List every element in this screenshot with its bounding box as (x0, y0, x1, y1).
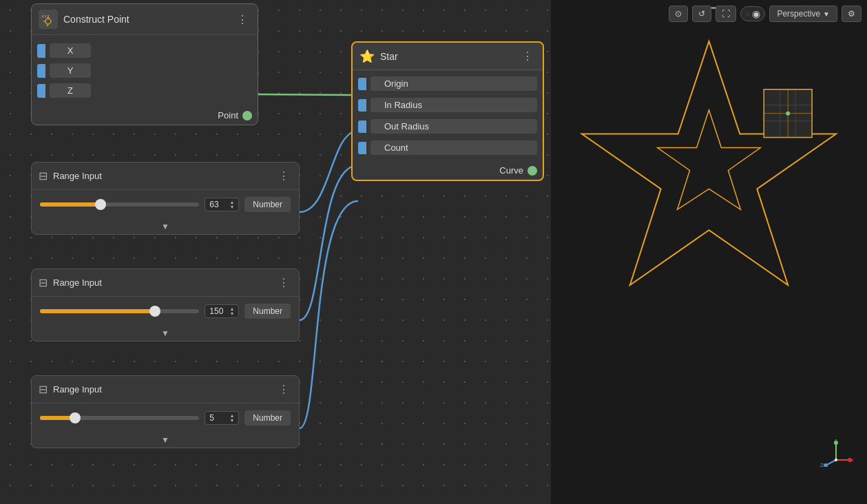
star-inradius-socket[interactable] (358, 99, 366, 112)
range-node-2-down-arrow[interactable]: ▼ (229, 311, 234, 316)
construct-point-header: XYZ Construct Point ⋮ (32, 4, 258, 35)
cp-x-socket[interactable] (37, 44, 45, 58)
range-node-3-header-left: ⊟ Range Input (39, 383, 102, 396)
range-node-2-body: 150 ▲ ▼ Number (32, 297, 299, 326)
range-node-3-title: Range Input (53, 384, 102, 395)
range-node-1-arrows: ▲ ▼ (229, 200, 234, 209)
svg-point-1 (45, 19, 51, 24)
range-node-2-header: ⊟ Range Input ⋮ (32, 269, 299, 297)
range-node-2-value: 150 (209, 306, 223, 316)
range-node-1-value: 63 (209, 200, 218, 209)
svg-point-23 (834, 441, 838, 445)
cp-input-y: Y (32, 61, 258, 81)
range-node-2-arrows: ▲ ▼ (229, 306, 234, 316)
svg-text:Z: Z (820, 462, 824, 467)
star-output-row: Curve (353, 161, 543, 180)
range-node-2-header-left: ⊟ Range Input (39, 276, 102, 289)
construct-point-inputs: X Y Z (32, 35, 258, 106)
range-node-2-number-btn[interactable]: Number (244, 304, 291, 319)
cp-output-label: Point (218, 110, 238, 120)
range-node-3-value-box[interactable]: 5 ▲ ▼ (205, 411, 239, 425)
range-node-3-track[interactable] (40, 416, 199, 420)
range-node-1-fill (40, 202, 101, 207)
star-origin-socket[interactable] (358, 78, 366, 90)
range-node-1-header: ⊟ Range Input ⋮ (32, 162, 299, 190)
range-node-3-menu-button[interactable]: ⋮ (275, 381, 292, 397)
range-node-1-thumb (95, 199, 106, 210)
range-node-2-track[interactable] (40, 309, 199, 313)
cp-z-socket[interactable] (37, 84, 45, 98)
cp-output-row: Point (32, 106, 258, 125)
sphere-dark-icon: ● (745, 8, 751, 19)
gear-icon: ⚙ (848, 9, 855, 19)
range-node-1-track[interactable] (40, 202, 199, 207)
range-node-3-body: 5 ▲ ▼ Number (32, 403, 299, 432)
construct-point-icon: XYZ (39, 10, 58, 29)
range-node-3-value: 5 (209, 413, 214, 423)
range-node-1-expand[interactable]: ▼ (32, 219, 299, 234)
viewport-settings-button[interactable]: ⚙ (842, 6, 861, 22)
svg-point-22 (835, 459, 837, 461)
perspective-label: Perspective (777, 9, 820, 19)
range-node-3: ⊟ Range Input ⋮ 5 ▲ ▼ Number ▼ (31, 375, 300, 448)
cp-output-socket[interactable] (242, 111, 252, 120)
viewport-refresh-button[interactable]: ↺ (692, 6, 711, 22)
star-node-menu-button[interactable]: ⋮ (519, 48, 536, 64)
cp-x-label: X (50, 43, 91, 58)
range-node-2: ⊟ Range Input ⋮ 150 ▲ ▼ Number ▼ (31, 269, 300, 342)
star-output-socket[interactable] (527, 166, 537, 176)
range-node-2-menu-button[interactable]: ⋮ (275, 275, 292, 291)
range-node-1-value-box[interactable]: 63 ▲ ▼ (205, 198, 239, 211)
range-node-3-icon: ⊟ (39, 383, 48, 396)
svg-marker-5 (582, 41, 836, 285)
sphere-toggle[interactable]: ● ◉ (740, 6, 765, 21)
range-node-2-slider-row: 150 ▲ ▼ Number (40, 304, 291, 319)
view-dot-icon: ⊙ (675, 9, 682, 19)
star-node-icon: ⭐ (359, 49, 375, 64)
refresh-icon: ↺ (698, 9, 705, 19)
star-visualization (572, 21, 846, 295)
construct-point-node: XYZ Construct Point ⋮ X Y Z Point (31, 3, 258, 125)
star-inradius-label: In Radius (370, 98, 537, 112)
range-node-3-expand[interactable]: ▼ (32, 432, 299, 448)
range-node-3-header: ⊟ Range Input ⋮ (32, 376, 299, 403)
range-node-3-up-arrow[interactable]: ▲ (229, 413, 234, 418)
star-count-label: Count (370, 140, 537, 155)
perspective-dropdown-button[interactable]: Perspective ▼ (769, 6, 837, 22)
viewport-view-dot-button[interactable]: ⊙ (669, 6, 688, 22)
star-header-left: ⭐ Star (359, 49, 398, 64)
star-input-outradius: Out Radius (353, 116, 543, 137)
range-node-1-title: Range Input (53, 171, 102, 181)
range-node-1-slider-row: 63 ▲ ▼ Number (40, 197, 291, 212)
sphere-light-icon: ◉ (752, 8, 760, 19)
viewport[interactable]: ⊙ ↺ ⛶ ● ◉ Perspective ▼ ⚙ Y X (551, 0, 867, 504)
cp-y-label: Y (50, 63, 91, 78)
star-input-count: Count (353, 137, 543, 158)
range-node-2-up-arrow[interactable]: ▲ (229, 306, 234, 311)
range-node-1-up-arrow[interactable]: ▲ (229, 200, 234, 204)
star-count-socket[interactable] (358, 142, 366, 154)
star-outradius-socket[interactable] (358, 120, 366, 133)
fullscreen-icon: ⛶ (722, 9, 730, 19)
range-node-2-expand[interactable]: ▼ (32, 326, 299, 341)
viewport-fullscreen-button[interactable]: ⛶ (715, 6, 736, 22)
range-node-3-number-btn[interactable]: Number (244, 410, 291, 426)
axes-indicator: Y X Z (819, 439, 853, 470)
range-node-1-down-arrow[interactable]: ▼ (229, 204, 234, 209)
range-node-3-down-arrow[interactable]: ▼ (229, 418, 234, 423)
star-output-label: Curve (499, 165, 523, 176)
cp-input-x: X (32, 41, 258, 61)
svg-marker-6 (658, 110, 761, 210)
range-node-1-body: 63 ▲ ▼ Number (32, 190, 299, 219)
cp-y-socket[interactable] (37, 64, 45, 78)
svg-point-24 (848, 458, 852, 462)
range-node-2-thumb (149, 306, 160, 317)
range-node-1-number-btn[interactable]: Number (244, 197, 291, 212)
range-node-2-value-box[interactable]: 150 ▲ ▼ (205, 304, 239, 318)
cp-input-z: Z (32, 81, 258, 101)
construct-point-menu-button[interactable]: ⋮ (234, 12, 251, 28)
range-node-1-menu-button[interactable]: ⋮ (275, 168, 292, 184)
cp-z-label: Z (50, 83, 91, 98)
range-node-3-arrows: ▲ ▼ (229, 413, 234, 423)
star-node-header: ⭐ Star ⋮ (353, 43, 543, 70)
